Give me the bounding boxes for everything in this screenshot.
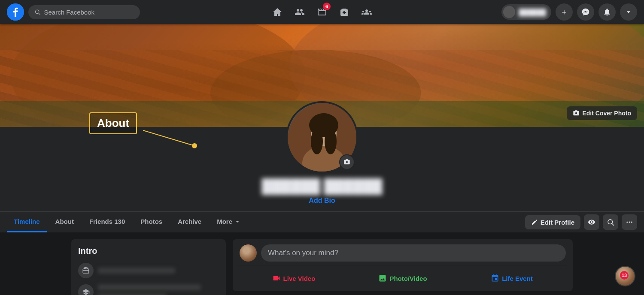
intro-card: Intro	[71, 239, 226, 295]
svg-line-2	[39, 13, 40, 15]
friends-count: 130	[114, 218, 125, 225]
tab-about[interactable]: About	[49, 212, 81, 232]
photo-video-button[interactable]: Photo/Video	[349, 271, 457, 286]
live-video-label: Live Video	[283, 275, 316, 282]
menu-btn[interactable]	[620, 3, 637, 21]
watch-badge: 6	[323, 3, 331, 10]
composer-top: What's on your mind?	[240, 244, 566, 262]
intro-line-1	[98, 268, 175, 274]
add-btn[interactable]: ＋	[556, 3, 573, 21]
svg-point-16	[626, 222, 628, 223]
edit-icon	[531, 219, 538, 226]
view-as-button[interactable]	[584, 214, 599, 230]
tab-photos[interactable]: Photos	[134, 212, 169, 232]
search-bar[interactable]	[28, 5, 140, 19]
live-video-button[interactable]: Live Video	[240, 271, 348, 286]
avatar-camera-button[interactable]	[339, 154, 355, 170]
search-icon	[34, 9, 40, 15]
svg-line-15	[612, 223, 614, 225]
nav-avatar	[503, 6, 515, 18]
dots-icon	[626, 218, 633, 226]
camera-icon	[573, 110, 580, 117]
svg-point-12	[311, 129, 323, 154]
search-profile-icon	[607, 218, 614, 226]
tab-timeline[interactable]: Timeline	[7, 212, 47, 232]
svg-point-13	[325, 129, 337, 154]
nav-groups[interactable]	[356, 2, 377, 22]
event-icon	[491, 274, 499, 283]
live-icon	[272, 274, 281, 283]
profile-avatar-wrap	[286, 101, 358, 173]
tab-actions: Edit Profile	[525, 214, 637, 230]
svg-point-18	[631, 222, 632, 223]
nav-profile-name: ██████	[519, 9, 546, 16]
composer-actions: Live Video Photo/Video Life Event	[240, 266, 566, 286]
briefcase-icon	[82, 267, 90, 274]
nav-center: 6	[267, 2, 377, 22]
edit-profile-label: Edit Profile	[541, 219, 574, 226]
post-composer: What's on your mind? Live Video Photo/Vi…	[233, 239, 573, 291]
life-event-button[interactable]: Life Event	[458, 271, 566, 286]
search-profile-button[interactable]	[603, 214, 618, 230]
nav-friends[interactable]	[289, 2, 310, 22]
facebook-logo[interactable]	[7, 3, 24, 21]
school-icon	[82, 288, 90, 295]
intro-icon-2	[78, 284, 94, 295]
avatar-camera-icon	[343, 159, 350, 166]
left-column: Intro	[71, 239, 226, 295]
floating-badge: 13	[620, 271, 629, 280]
nav-left	[7, 3, 144, 21]
composer-avatar	[240, 244, 257, 262]
tab-more-label: More	[217, 218, 232, 225]
edit-profile-button[interactable]: Edit Profile	[525, 215, 580, 229]
intro-line-2a	[98, 284, 201, 290]
top-navigation: 6 ██████ ＋	[0, 0, 644, 24]
edit-cover-button[interactable]: Edit Cover Photo	[567, 106, 637, 120]
notifications-btn[interactable]	[598, 3, 616, 21]
profile-body: Intro	[64, 232, 580, 295]
tab-friends[interactable]: Friends 130	[82, 212, 132, 232]
profile-name: ██████ ██████	[262, 178, 383, 194]
more-chevron-icon	[234, 218, 241, 225]
edit-cover-label: Edit Cover Photo	[582, 110, 631, 117]
nav-watch[interactable]: 6	[312, 2, 332, 22]
intro-item-1	[78, 263, 219, 278]
life-event-label: Life Event	[502, 275, 533, 282]
add-bio-button[interactable]: Add Bio	[309, 197, 335, 205]
profile-header: Edit Cover Photo	[0, 24, 644, 232]
intro-icon-1	[78, 263, 94, 278]
eye-icon	[588, 218, 595, 226]
photo-video-label: Photo/Video	[389, 275, 427, 282]
more-actions-button[interactable]	[622, 214, 637, 230]
profile-tabs: Timeline About Friends 130 Photos Archiv…	[0, 211, 644, 232]
main-content: Edit Cover Photo	[0, 24, 644, 295]
photo-icon	[378, 274, 387, 283]
tab-more[interactable]: More	[210, 212, 248, 232]
profile-chip[interactable]: ██████	[501, 4, 551, 20]
nav-home[interactable]	[267, 2, 288, 22]
intro-title: Intro	[78, 246, 219, 256]
nav-marketplace[interactable]	[334, 2, 355, 22]
messenger-btn[interactable]	[577, 3, 594, 21]
svg-point-17	[629, 222, 630, 223]
tab-archive[interactable]: Archive	[171, 212, 208, 232]
nav-right: ██████ ＋	[500, 3, 637, 21]
search-input[interactable]	[44, 9, 134, 16]
right-column: What's on your mind? Live Video Photo/Vi…	[233, 239, 573, 295]
composer-input[interactable]: What's on your mind?	[261, 244, 566, 262]
intro-item-2	[78, 284, 219, 295]
profile-section: ██████ ██████ Add Bio	[0, 127, 644, 205]
